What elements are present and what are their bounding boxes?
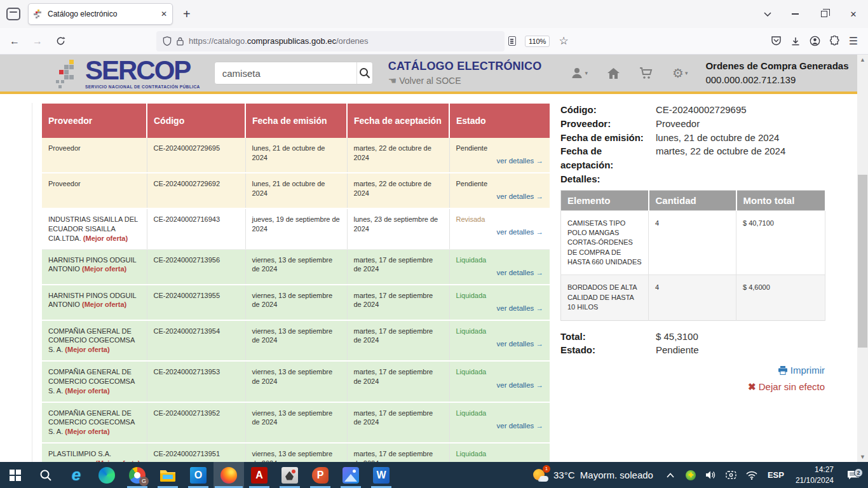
reader-view-icon[interactable] bbox=[508, 36, 516, 46]
tab-list-chevron-icon[interactable] bbox=[755, 0, 780, 28]
window-restore-button[interactable] bbox=[810, 0, 839, 28]
col-codigo: Código bbox=[147, 104, 245, 138]
taskbar-clock[interactable]: 14:27 21/10/2024 bbox=[793, 464, 836, 485]
chrome-icon[interactable]: G bbox=[122, 462, 153, 488]
antivirus-tray-icon[interactable]: ✚ bbox=[684, 470, 698, 480]
orders-generated-number: 000.000.002.712.139 bbox=[705, 73, 848, 87]
col-proveedor: Proveedor bbox=[42, 104, 147, 138]
file-explorer-icon[interactable] bbox=[153, 462, 183, 488]
volume-icon[interactable] bbox=[704, 470, 718, 480]
internet-explorer-icon[interactable]: e bbox=[61, 462, 92, 488]
orders-table: Proveedor Código Fecha de emisión Fecha … bbox=[42, 104, 550, 462]
order-row: HARNISTH PINOS ODGUIL ANTONIO (Mejor ofe… bbox=[42, 285, 550, 320]
window-close-button[interactable]: ✕ bbox=[839, 0, 868, 28]
taskbar-search-icon[interactable] bbox=[31, 462, 61, 488]
ver-detalles-link[interactable]: ver detalles → bbox=[496, 381, 543, 391]
arrow-right-icon: → bbox=[536, 340, 544, 348]
page-title: CATÁLOGO ELECTRÓNICO bbox=[388, 60, 542, 73]
order-row: COMPAÑIA GENERAL DE COMERCIO COGECOMSA S… bbox=[42, 402, 550, 444]
order-detail-panel: Código:CE-20240002729695 Proveedor:Prove… bbox=[560, 103, 825, 395]
volver-al-soce-link[interactable]: ☚ Volver al SOCE bbox=[388, 75, 542, 86]
weather-desc: Mayorm. soleado bbox=[580, 470, 653, 480]
printer-icon bbox=[778, 366, 788, 375]
ver-detalles-link[interactable]: ver detalles → bbox=[496, 227, 543, 238]
mejor-oferta-badge: (Mejor oferta) bbox=[65, 346, 109, 353]
ver-detalles-link[interactable]: ver detalles → bbox=[496, 156, 543, 166]
action-center-icon[interactable]: 2 bbox=[843, 471, 864, 480]
home-icon[interactable] bbox=[607, 67, 620, 79]
powerpoint-icon[interactable]: P bbox=[305, 462, 336, 488]
bookmark-star-icon[interactable]: ☆ bbox=[559, 34, 568, 48]
arrow-right-icon: → bbox=[536, 381, 544, 389]
status-badge: Liquidada bbox=[456, 367, 544, 377]
wifi-icon[interactable] bbox=[745, 471, 759, 480]
scrollbar-thumb[interactable] bbox=[858, 175, 867, 348]
status-badge: Liquidada bbox=[456, 291, 544, 301]
order-row: Proveedor CE-20240002729692 lunes, 21 de… bbox=[42, 173, 550, 208]
order-row: INDUSTRIAS SISAILLA DEL ECUADOR SISAILLA… bbox=[42, 208, 550, 249]
page-content: Proveedor Código Fecha de emisión Fecha … bbox=[0, 97, 857, 462]
menu-hamburger-icon[interactable]: ☰ bbox=[849, 35, 858, 47]
sercop-logo[interactable]: SERCOP SERVICIO NACIONAL DE CONTRATACIÓN… bbox=[56, 57, 200, 90]
browser-tab-active[interactable]: Catálogo electrónico ✕ bbox=[28, 3, 173, 25]
account-icon[interactable] bbox=[810, 36, 820, 46]
search-icon bbox=[359, 67, 370, 79]
search-button[interactable] bbox=[356, 62, 372, 84]
user-menu-icon[interactable]: ▾ bbox=[571, 67, 588, 79]
scroll-down-icon[interactable]: ▼ bbox=[857, 452, 868, 462]
edge-icon[interactable] bbox=[92, 462, 122, 488]
col-fecha-emision: Fecha de emisión bbox=[245, 104, 347, 138]
forward-icon[interactable]: → bbox=[28, 32, 47, 51]
firefox-library-icon[interactable] bbox=[6, 8, 20, 20]
clock-date: 21/10/2024 bbox=[796, 475, 834, 485]
taskbar-weather-widget[interactable]: 1 33°C Mayorm. soleado bbox=[529, 468, 657, 483]
imprimir-link[interactable]: Imprimir bbox=[778, 365, 825, 376]
firefox-icon[interactable] bbox=[214, 462, 244, 488]
items-col-monto: Monto total bbox=[736, 190, 825, 210]
tab-close-icon[interactable]: ✕ bbox=[161, 10, 167, 18]
acrobat-icon[interactable]: A bbox=[244, 462, 275, 488]
mejor-oferta-badge: (Mejor oferta) bbox=[82, 301, 126, 308]
settings-gear-icon[interactable]: ⚙▾ bbox=[672, 65, 688, 81]
tab-title: Catálogo electrónico bbox=[48, 10, 156, 18]
outlook-icon[interactable]: O bbox=[183, 462, 214, 488]
tray-chevron-up-icon[interactable] bbox=[663, 473, 677, 478]
ver-detalles-link[interactable]: ver detalles → bbox=[496, 268, 543, 278]
detail-proveedor-label: Proveedor: bbox=[560, 117, 656, 131]
status-badge: Liquidada bbox=[456, 255, 544, 265]
browser-tab-strip: Catálogo electrónico ✕ + ✕ bbox=[0, 0, 868, 28]
meet-now-icon[interactable] bbox=[724, 471, 738, 480]
language-indicator[interactable]: ESP bbox=[765, 470, 787, 480]
extensions-puzzle-icon[interactable] bbox=[829, 36, 840, 46]
status-badge: Pendiente bbox=[456, 179, 544, 189]
window-minimize-button[interactable] bbox=[780, 0, 810, 28]
pocket-icon[interactable] bbox=[771, 36, 782, 46]
lock-icon bbox=[177, 37, 184, 46]
ver-detalles-link[interactable]: ver detalles → bbox=[496, 192, 543, 202]
java-app-icon[interactable] bbox=[275, 462, 305, 488]
cart-icon[interactable] bbox=[639, 67, 653, 79]
dejar-sin-efecto-link[interactable]: ✖ Dejar sin efecto bbox=[748, 381, 825, 392]
page-scrollbar[interactable]: ▲ ▼ bbox=[857, 55, 868, 462]
sercop-logo-pixels-icon bbox=[56, 60, 81, 89]
mejor-oferta-badge: (Mejor oferta) bbox=[83, 234, 128, 242]
start-button[interactable] bbox=[0, 462, 31, 488]
new-tab-button[interactable]: + bbox=[183, 7, 191, 22]
scroll-up-icon[interactable]: ▲ bbox=[857, 55, 868, 65]
reload-icon[interactable] bbox=[51, 32, 70, 51]
estado-label: Estado: bbox=[560, 343, 656, 357]
zoom-level-indicator[interactable]: 110% bbox=[525, 36, 550, 47]
downloads-icon[interactable] bbox=[790, 36, 801, 46]
photos-icon[interactable] bbox=[336, 462, 366, 488]
total-value: $ 45,3100 bbox=[656, 330, 825, 344]
ver-detalles-link[interactable]: ver detalles → bbox=[496, 421, 543, 431]
status-badge: Revisada bbox=[456, 215, 544, 224]
back-icon[interactable]: ← bbox=[5, 32, 24, 51]
word-icon[interactable]: W bbox=[366, 462, 397, 488]
search-input[interactable] bbox=[215, 68, 356, 79]
ver-detalles-link[interactable]: ver detalles → bbox=[496, 304, 543, 314]
ver-detalles-link[interactable]: ver detalles → bbox=[496, 339, 543, 349]
url-bar[interactable]: https://catalogo.compraspublicas.gob.ec/… bbox=[156, 31, 505, 51]
items-col-cantidad: Cantidad bbox=[649, 190, 736, 210]
orders-table-header: Proveedor Código Fecha de emisión Fecha … bbox=[42, 104, 550, 138]
